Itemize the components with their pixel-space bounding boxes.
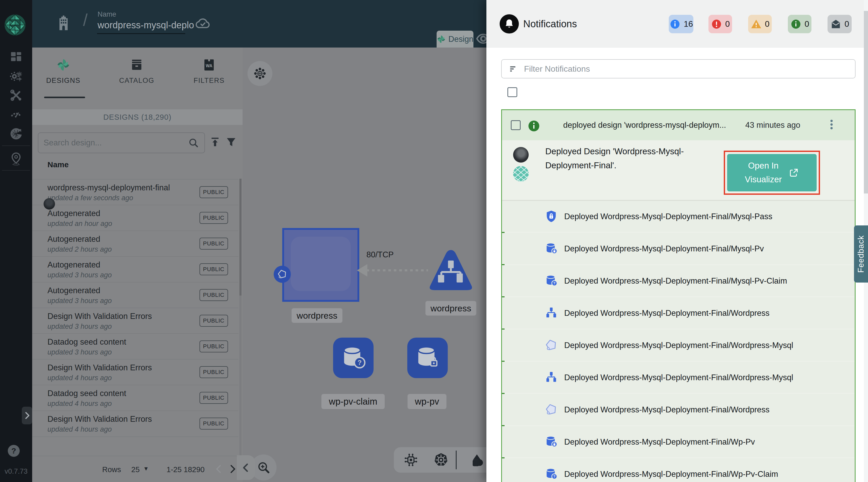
edge-arrowhead <box>357 264 367 277</box>
design-row[interactable]: Design With Validation Errors updated 4 … <box>32 410 239 437</box>
select-all-checkbox[interactable] <box>507 87 517 97</box>
input-underline <box>97 33 185 34</box>
tab-filters[interactable]: WA FILTERS <box>178 58 240 85</box>
filter-funnel-icon[interactable] <box>225 136 237 148</box>
open-in-visualizer-button[interactable]: Open In Visualizer <box>727 154 817 191</box>
design-name-input[interactable]: wordpress-mysql-deplo <box>97 20 194 31</box>
deployed-item-row[interactable]: Deployed Wordpress-Mysql-Deployment-Fina… <box>502 426 855 457</box>
design-search-input[interactable]: Search design... <box>38 133 205 153</box>
design-title: Datadog seed content <box>48 337 126 347</box>
deployed-item-row[interactable]: Deployed Wordpress-Mysql-Deployment-Fina… <box>502 201 855 232</box>
design-row[interactable]: Design With Validation Errors updated 4 … <box>32 359 239 385</box>
page-range: 1-25 18290 <box>166 465 205 474</box>
design-row[interactable]: Datadog seed content updated 4 hours ago… <box>32 385 239 411</box>
node-pv-wp-pv[interactable] <box>407 338 448 378</box>
node-pvc-wp-pv-claim[interactable]: ? <box>333 338 374 378</box>
organization-icon[interactable] <box>55 13 73 34</box>
deployed-item-text: Deployed Wordpress-Mysql-Deployment-Fina… <box>564 309 769 318</box>
design-updated: updated 4 hours ago <box>48 374 112 382</box>
tab-catalog-label: CATALOG <box>105 77 168 85</box>
list-scrollbar-thumb[interactable] <box>240 179 242 295</box>
configuration-tools-icon[interactable] <box>9 89 23 102</box>
deployed-item-row[interactable]: Deployed Wordpress-Mysql-Deployment-Fina… <box>502 330 855 361</box>
design-updated: updated 4 hours ago <box>48 425 112 433</box>
page-size-select[interactable]: 25 <box>131 465 140 474</box>
notification-card[interactable]: deployed design 'wordpress-mysql-deploym… <box>501 109 856 482</box>
design-row[interactable]: wordpress-mysql-deployment-final updated… <box>32 179 239 205</box>
design-updated: updated 3 hours ago <box>48 297 112 305</box>
deployed-item-text: Deployed Wordpress-Mysql-Deployment-Fina… <box>564 341 793 350</box>
pod-pentagon-icon <box>545 403 558 416</box>
meshery-logo[interactable] <box>4 13 27 36</box>
performance-speedometer-icon[interactable] <box>9 107 23 121</box>
design-spiral-icon <box>437 34 446 45</box>
design-title: Autogenerated <box>48 260 100 270</box>
deployed-item-row[interactable]: Deployed Wordpress-Mysql-Deployment-Fina… <box>502 297 855 329</box>
help-button[interactable]: ? <box>8 445 20 457</box>
workload-tree-icon <box>545 306 558 320</box>
design-row[interactable]: Design With Validation Errors updated 3 … <box>32 308 239 334</box>
deployed-description-line2: Deployment-Final'. <box>545 161 616 170</box>
components-chip-icon[interactable] <box>404 453 418 467</box>
design-row[interactable]: Autogenerated updated an hour ago PUBLIC <box>32 205 239 231</box>
chip-info-count[interactable]: 16 <box>669 15 693 33</box>
lifecycle-gears-icon[interactable] <box>9 69 23 83</box>
import-design-icon[interactable] <box>209 136 221 148</box>
read-count: 0 <box>845 19 849 29</box>
design-row[interactable]: Autogenerated updated 3 hours ago PUBLIC <box>32 256 239 282</box>
prev-page-icon[interactable] <box>214 464 224 474</box>
search-icon[interactable] <box>188 137 199 148</box>
panel-collapse-handle[interactable] <box>237 455 255 480</box>
deployed-components-list: Deployed Wordpress-Mysql-Deployment-Fina… <box>502 201 855 482</box>
kebab-menu-icon[interactable] <box>829 118 834 133</box>
design-row[interactable]: Autogenerated updated 3 hours ago PUBLIC <box>32 282 239 308</box>
node-deployment-wordpress[interactable] <box>282 228 359 302</box>
visibility-badge: PUBLIC <box>199 366 228 378</box>
deployed-item-text: Deployed Wordpress-Mysql-Deployment-Fina… <box>564 212 772 221</box>
deployed-item-row[interactable]: Deployed Wordpress-Mysql-Deployment-Fina… <box>502 394 855 425</box>
tab-design[interactable]: Design <box>437 31 473 48</box>
design-updated: updated 2 hours ago <box>48 246 112 253</box>
design-canvas[interactable]: wordpress 80/TCP wordpress ? <box>243 48 487 482</box>
tab-designs[interactable]: DESIGNS <box>32 58 94 85</box>
next-page-icon[interactable] <box>227 464 238 474</box>
deployed-item-row[interactable]: Deployed Wordpress-Mysql-Deployment-Fina… <box>502 362 855 393</box>
design-row[interactable]: Autogenerated updated 2 hours ago PUBLIC <box>32 231 239 257</box>
shapes-icon[interactable] <box>469 453 484 468</box>
chip-read-count[interactable]: 0 <box>828 15 851 33</box>
extensions-icon[interactable] <box>9 127 23 141</box>
deployed-item-row[interactable]: Deployed Wordpress-Mysql-Deployment-Fina… <box>502 265 855 296</box>
visibility-badge: PUBLIC <box>199 186 228 198</box>
feedback-tab[interactable]: Feedback <box>854 225 868 283</box>
feedback-label: Feedback <box>856 235 866 273</box>
filter-notifications-input[interactable]: Filter Notifications <box>501 59 856 79</box>
dock-divider <box>456 451 457 469</box>
deployed-item-row[interactable]: Deployed Wordpress-Mysql-Deployment-Fina… <box>502 233 855 264</box>
node-service-wordpress[interactable] <box>427 248 475 292</box>
service-label: wordpress <box>426 301 476 315</box>
tab-catalog[interactable]: CATALOG <box>105 58 168 85</box>
pvc-label: wp-pv-claim <box>321 394 385 409</box>
chip-warning-count[interactable]: 0 <box>748 15 772 33</box>
search-placeholder: Search design... <box>43 138 102 147</box>
edge-wordpress-service[interactable] <box>367 269 428 272</box>
designs-side-panel: DESIGNS CATALOG WA FILTERS DESIGNS (18,2… <box>32 48 243 482</box>
sidebar-divider <box>2 145 30 146</box>
notification-scrollbar-thumb[interactable] <box>864 11 868 194</box>
design-row[interactable]: Datadog seed content updated 3 hours ago… <box>32 334 239 360</box>
chip-error-count[interactable]: 0 <box>709 15 732 33</box>
edge-port-label: 80/TCP <box>357 250 403 259</box>
chip-success-count[interactable]: 0 <box>788 15 811 33</box>
deployment-pod-badge-icon[interactable] <box>274 266 291 283</box>
deployed-item-text: Deployed Wordpress-Mysql-Deployment-Fina… <box>564 405 769 415</box>
notification-summary-row[interactable]: deployed design 'wordpress-mysql-deploym… <box>502 110 855 140</box>
caret-down-icon[interactable]: ▼ <box>143 465 149 472</box>
kubernetes-helm-icon[interactable] <box>433 452 449 468</box>
dashboard-icon[interactable] <box>9 50 23 63</box>
notification-checkbox[interactable] <box>511 120 521 130</box>
bell-icon <box>500 14 519 33</box>
mesh-location-pin-icon[interactable] <box>9 152 23 165</box>
deployed-item-row[interactable]: Deployed Wordpress-Mysql-Deployment-Fina… <box>502 458 855 482</box>
sidebar-expand-button[interactable] <box>22 407 32 424</box>
canvas-dot-grid-button[interactable] <box>247 61 272 86</box>
